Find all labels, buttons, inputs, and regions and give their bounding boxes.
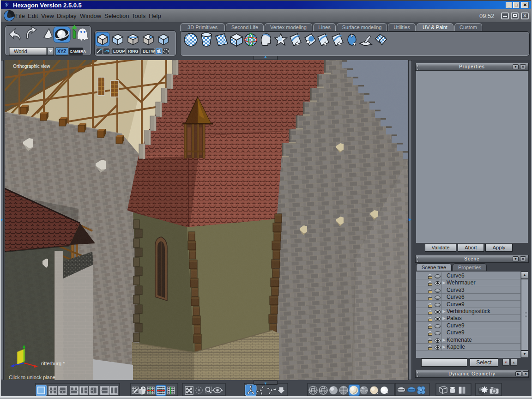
svg-text:XYZ: XYZ	[57, 49, 66, 54]
svg-text:World: World	[14, 48, 27, 54]
svg-text:Orthographic view: Orthographic view	[13, 64, 50, 69]
svg-text:ritterburg *: ritterburg *	[41, 361, 65, 366]
svg-text:BETW: BETW	[143, 49, 155, 54]
svg-text:RING: RING	[128, 49, 139, 54]
svg-text:Click to unlock plane: Click to unlock plane	[9, 375, 55, 380]
svg-text:LOOP: LOOP	[113, 49, 125, 54]
svg-text:CAMERA: CAMERA	[70, 49, 86, 54]
